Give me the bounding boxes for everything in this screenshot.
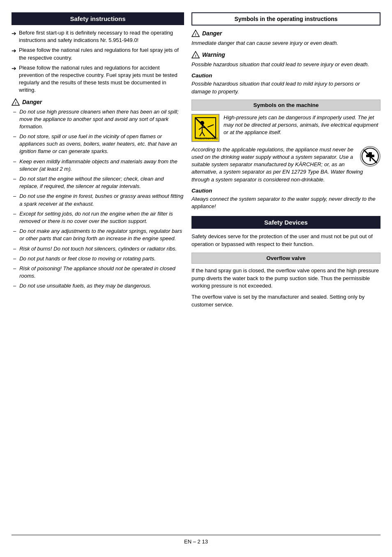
list-item: – Risk of burns! Do not touch hot silenc… [12, 245, 184, 253]
list-item-text: Risk of burns! Do not touch hot silencer… [19, 245, 177, 253]
svg-line-12 [200, 132, 202, 136]
svg-text:Protect from frost!: Protect from frost! [196, 137, 218, 140]
list-item: – Do not start the engine without the si… [12, 175, 184, 190]
list-item-text: Do not put hands or feet close to moving… [19, 255, 156, 262]
overflow-text2: The overflow valve is set by the manufac… [191, 293, 380, 309]
highpressure-icon-box: Protect from frost! [191, 114, 219, 142]
symbols-instructions-title: Symbols in the operating instructions [234, 16, 337, 22]
danger-symbol-text: Immediate danger that can cause severe i… [191, 39, 380, 47]
caution2-heading: Caution [191, 188, 380, 194]
page-footer: EN – 2 13 [12, 535, 380, 545]
list-item: – Keep even mildly inflammable objects a… [12, 158, 184, 173]
danger-symbol-block: ! Danger Immediate danger that can cause… [191, 30, 380, 47]
svg-text:!: ! [15, 101, 16, 105]
arrow-bullet-list: ➔ Before first start-up it is definitely… [12, 29, 184, 94]
arrow-icon: ➔ [12, 65, 16, 73]
dash-icon: – [13, 210, 16, 218]
dash-icon: – [13, 255, 16, 262]
safety-devices-title: Safety Devices [264, 219, 308, 226]
svg-line-10 [199, 127, 202, 130]
list-item-text: Do not make any adjustments to the regul… [19, 227, 184, 242]
dash-icon: – [13, 193, 16, 200]
svg-point-8 [200, 121, 204, 125]
list-item-text: Do not use the engine in forest, bushes … [19, 193, 184, 207]
arrow-icon: ➔ [12, 47, 16, 55]
dash-icon: – [13, 245, 16, 253]
arrow-icon: ➔ [12, 30, 16, 38]
list-item: – Do not use unsuitable fuels, as they m… [12, 282, 184, 290]
caution2-text: Always connect the system separator to t… [191, 195, 380, 210]
caution-symbol-block: Caution Possible hazardous situation tha… [191, 72, 380, 95]
danger-symbol-heading: ! Danger [191, 30, 380, 37]
footer-text: EN – 2 13 [184, 538, 208, 545]
warning-symbol-heading: ! Warning [191, 51, 380, 58]
machine-symbol-highpressure: Protect from frost! High-pressure jets c… [191, 114, 380, 142]
list-item: – Risk of poisoning! The appliance shoul… [12, 265, 184, 280]
svg-line-14 [208, 125, 214, 127]
list-item: – Except for setting jobs, do not run th… [12, 210, 184, 225]
warning-symbol-block: ! Warning Possible hazardous situation t… [191, 51, 380, 68]
machine-watersupply-text: According to the applicable regulations,… [191, 146, 380, 183]
list-item: – Do not put hands or feet close to movi… [12, 255, 184, 262]
right-column: Symbols in the operating instructions ! … [191, 12, 380, 527]
list-item-text: Except for setting jobs, do not run the … [19, 210, 184, 225]
danger-label: Danger [22, 99, 42, 105]
dash-icon: – [13, 265, 16, 272]
dash-icon: – [13, 227, 16, 235]
no-water-supply-icon [361, 147, 379, 165]
list-item: ➔ Please follow the national rules and r… [12, 46, 184, 61]
machine-text2-wrap: According to the applicable regulations,… [191, 146, 380, 183]
symbols-machine-header: Symbols on the machine [191, 100, 380, 111]
svg-line-13 [202, 132, 205, 136]
dash-icon: – [13, 158, 16, 165]
dash-icon: – [13, 175, 16, 183]
list-item-text: Keep even mildly inflammable objects and… [19, 158, 184, 173]
list-item-text: Do not use high pressure cleaners when t… [19, 108, 184, 131]
list-item-text: Before first start-up it is definitely n… [19, 29, 184, 44]
symbols-instructions-header: Symbols in the operating instructions [191, 12, 380, 26]
list-item-text: Risk of poisoning! The appliance should … [19, 265, 184, 280]
caution-symbol-text: Possible hazardous situation that could … [191, 80, 380, 95]
symbols-machine-title: Symbols on the machine [253, 102, 318, 108]
list-item: – Do not store, spill or use fuel in the… [12, 133, 184, 155]
left-column: Safety instructions ➔ Before first start… [12, 12, 184, 527]
list-item-text: Do not start the engine without the sile… [19, 175, 184, 190]
safety-devices-intro: Safety devices serve for the protection … [191, 233, 380, 248]
page: Safety instructions ➔ Before first start… [0, 0, 392, 557]
danger-symbol-label: Danger [202, 30, 222, 37]
svg-text:!: ! [195, 32, 196, 37]
caution-symbol-heading: Caution [191, 72, 380, 79]
list-item-text: Do not store, spill or use fuel in the v… [19, 133, 184, 155]
dash-icon: – [13, 133, 16, 140]
overflow-valve-header: Overflow valve [191, 253, 380, 264]
list-item: – Do not use high pressure cleaners when… [12, 108, 184, 131]
no-water-icon-box [360, 146, 380, 167]
warning-symbol-text: Possible hazardous situation that could … [191, 61, 380, 68]
danger-dash-list: – Do not use high pressure cleaners when… [12, 108, 184, 290]
list-item-text: Please follow the national rules and reg… [19, 46, 184, 61]
machine-highpressure-text: High-pressure jets can be dangerous if i… [224, 114, 380, 137]
list-item: – Do not make any adjustments to the reg… [12, 227, 184, 242]
safety-instructions-title: Safety instructions [70, 15, 125, 22]
list-item: ➔ Before first start-up it is definitely… [12, 29, 184, 44]
two-column-layout: Safety instructions ➔ Before first start… [12, 12, 380, 527]
warning-triangle-icon: ! [191, 51, 200, 58]
warning-symbol-label: Warning [202, 51, 225, 58]
list-item-text: Please follow the national rules and reg… [19, 64, 184, 94]
dash-icon: – [13, 108, 16, 116]
danger-heading: ! Danger [12, 98, 184, 106]
list-item-text: Do not use unsuitable fuels, as they may… [19, 282, 151, 290]
overflow-text1: If the hand spray gun is closed, the ove… [191, 267, 380, 290]
safety-instructions-header: Safety instructions [12, 12, 184, 25]
caution2-symbol-block: Caution Always connect the system separa… [191, 188, 380, 210]
overflow-valve-title: Overflow valve [266, 255, 305, 261]
highpressure-warning-icon: Protect from frost! [193, 116, 218, 140]
dash-icon: – [13, 282, 16, 290]
svg-rect-19 [369, 152, 372, 155]
danger-triangle-icon: ! [12, 98, 20, 106]
machine-symbol-watersupply: According to the applicable regulations,… [191, 146, 380, 183]
list-item: ➔ Please follow the national rules and r… [12, 64, 184, 94]
safety-devices-header: Safety Devices [191, 216, 380, 229]
svg-text:!: ! [195, 54, 196, 58]
list-item: – Do not use the engine in forest, bushe… [12, 193, 184, 207]
